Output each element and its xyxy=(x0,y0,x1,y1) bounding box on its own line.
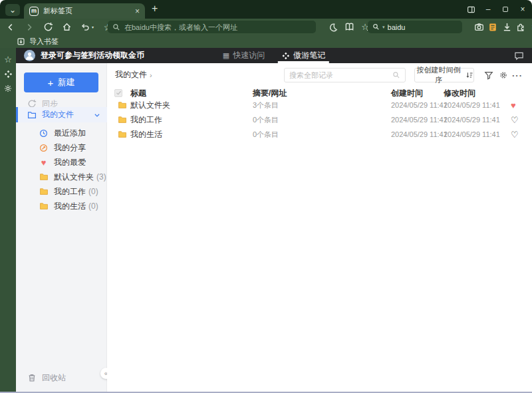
minimize-button[interactable]: – xyxy=(483,4,493,15)
extensions-icon[interactable] xyxy=(515,22,526,33)
favorite-heart-icon[interactable]: ♡ xyxy=(511,130,519,140)
sidebar-item-favorites[interactable]: ♥ 我的最爱 xyxy=(16,155,107,170)
bookmarks-bar: 导入书签 xyxy=(0,35,532,48)
browser-toolbar: ▾ ☆ ☆ ▾ xyxy=(0,19,532,35)
folder-icon xyxy=(118,100,127,110)
sidebar-item-my-life[interactable]: 我的生活(0) xyxy=(16,199,107,213)
new-tab-button[interactable]: + xyxy=(152,3,158,15)
sidebar-item-recent[interactable]: 最近添加 xyxy=(16,126,107,140)
folder-icon xyxy=(39,201,49,211)
tab-title: 新标签页 xyxy=(43,6,130,16)
records-search-box[interactable] xyxy=(284,68,406,82)
forward-icon[interactable] xyxy=(24,22,35,33)
maximize-button[interactable] xyxy=(500,4,511,15)
row-modified: 2024/05/29 11:41 xyxy=(444,130,500,138)
notes-app-header: 登录可参与签到活动领取金币 ▦ 快速访问 傲游笔记 xyxy=(16,48,532,63)
column-header-title[interactable]: 标题 xyxy=(130,87,146,98)
settings-gear-icon[interactable] xyxy=(3,83,13,94)
row-created: 2024/05/29 11:41 xyxy=(391,101,448,109)
quick-search-box[interactable]: ▾ xyxy=(368,21,462,33)
back-icon[interactable] xyxy=(5,22,16,33)
side-strip: ☆ xyxy=(0,48,16,393)
more-options-icon[interactable]: ··· xyxy=(512,70,523,80)
browser-window: ⌄ m 新标签页 × + – × xyxy=(0,0,532,393)
notes-content: 我的文件 › 按创建时间倒序 ··· 标题 摘要/网址 xyxy=(107,63,532,393)
menu-icon[interactable]: ≡ xyxy=(529,22,532,33)
records-search-input[interactable] xyxy=(289,71,388,79)
refresh-icon[interactable] xyxy=(43,22,53,33)
row-modified: 2024/05/29 11:41 xyxy=(444,116,500,124)
sidebar-item-my-files[interactable]: 我的文件 xyxy=(16,107,107,122)
notes-logo-icon xyxy=(282,52,290,60)
table-header: 标题 摘要/网址 创建时间 修改时间 xyxy=(107,87,532,98)
row-title[interactable]: 我的工作 xyxy=(130,114,162,126)
undo-caret-icon: ▾ xyxy=(92,25,94,29)
side-panel-icon[interactable] xyxy=(466,4,476,15)
login-banner[interactable]: 登录可参与签到活动领取金币 xyxy=(41,50,144,61)
folder-icon xyxy=(27,110,37,120)
address-bar[interactable] xyxy=(108,21,316,33)
heart-icon: ♥ xyxy=(39,158,49,168)
view-settings-gear-icon[interactable] xyxy=(498,70,509,80)
grid-icon: ▦ xyxy=(223,51,229,60)
table-row[interactable]: 我的生活 0个条目 2024/05/29 11:41 2024/05/29 11… xyxy=(107,127,532,142)
sidebar-item-default-folder[interactable]: 默认文件夹(3) xyxy=(16,170,107,184)
night-mode-icon[interactable] xyxy=(328,22,338,33)
tab-close-icon[interactable]: × xyxy=(135,7,140,16)
favorite-heart-icon[interactable]: ♡ xyxy=(511,115,519,125)
home-icon[interactable] xyxy=(61,22,72,33)
column-header-modified[interactable]: 修改时间 xyxy=(444,87,475,98)
row-created: 2024/05/29 11:41 xyxy=(391,116,448,124)
folder-icon xyxy=(39,187,49,197)
sidebar-item-shares[interactable]: 我的分享 xyxy=(16,140,107,155)
row-created: 2024/05/29 11:41 xyxy=(391,130,448,138)
table-row[interactable]: 默认文件夹 3个条目 2024/05/29 11:41 2024/05/29 1… xyxy=(107,98,532,112)
breadcrumb-arrow-icon: › xyxy=(150,71,152,79)
sidebar-item-recycle-bin[interactable]: 回收站 xyxy=(16,370,107,385)
avatar[interactable] xyxy=(24,50,35,61)
import-bookmarks-icon xyxy=(17,37,25,46)
folder-icon xyxy=(118,130,127,139)
new-note-button[interactable]: + 新建 xyxy=(24,72,98,92)
column-header-summary[interactable]: 摘要/网址 xyxy=(253,87,287,98)
feedback-chat-icon[interactable] xyxy=(514,51,524,61)
breadcrumb[interactable]: 我的文件 › xyxy=(115,69,152,80)
row-summary: 3个条目 xyxy=(253,100,279,110)
search-engine-caret-icon[interactable]: ▾ xyxy=(382,25,385,30)
filter-funnel-icon[interactable] xyxy=(483,70,494,80)
browser-tab-new-tab[interactable]: m 新标签页 × xyxy=(24,3,145,19)
reading-mode-icon[interactable] xyxy=(344,22,354,33)
undo-icon[interactable]: ▾ xyxy=(80,22,94,33)
tab-list-button[interactable]: ⌄ xyxy=(5,4,20,16)
favorites-star-icon[interactable]: ☆ xyxy=(3,54,13,65)
tab-quick-access[interactable]: ▦ 快速访问 xyxy=(223,48,265,63)
folder-icon xyxy=(118,115,127,124)
table-row[interactable]: 我的工作 0个条目 2024/05/29 11:41 2024/05/29 11… xyxy=(107,112,532,127)
address-input[interactable] xyxy=(124,23,311,31)
downloads-icon[interactable] xyxy=(501,22,512,33)
screenshot-icon[interactable] xyxy=(473,22,484,33)
chevron-down-icon[interactable] xyxy=(94,112,100,118)
favorite-heart-icon[interactable]: ♥ xyxy=(511,100,516,110)
search-icon xyxy=(112,23,120,31)
sort-icon xyxy=(466,71,473,79)
notes-sidebar: + 新建 同步 我的文件 最近添加 xyxy=(16,63,107,393)
column-header-created[interactable]: 创建时间 xyxy=(391,87,423,98)
sidebar-item-my-work[interactable]: 我的工作(0) xyxy=(16,184,107,199)
row-title[interactable]: 我的生活 xyxy=(130,129,162,140)
quick-search-input[interactable] xyxy=(388,23,458,31)
trash-icon xyxy=(27,373,37,383)
maxthon-logo-icon: m xyxy=(29,7,39,16)
close-button[interactable]: × xyxy=(517,4,528,15)
clock-icon xyxy=(39,128,49,138)
row-title[interactable]: 默认文件夹 xyxy=(130,100,170,111)
import-bookmarks-button[interactable]: 导入书签 xyxy=(29,37,59,47)
row-summary: 0个条目 xyxy=(253,130,279,140)
row-modified: 2024/05/29 11:41 xyxy=(444,101,500,109)
tab-notes[interactable]: 傲游笔记 xyxy=(282,48,325,63)
notes-icon[interactable] xyxy=(487,22,498,33)
select-all-checkbox[interactable] xyxy=(114,89,122,97)
notes-app-icon[interactable] xyxy=(3,68,13,79)
sort-order-button[interactable]: 按创建时间倒序 xyxy=(414,68,474,82)
plus-icon: + xyxy=(48,77,54,88)
